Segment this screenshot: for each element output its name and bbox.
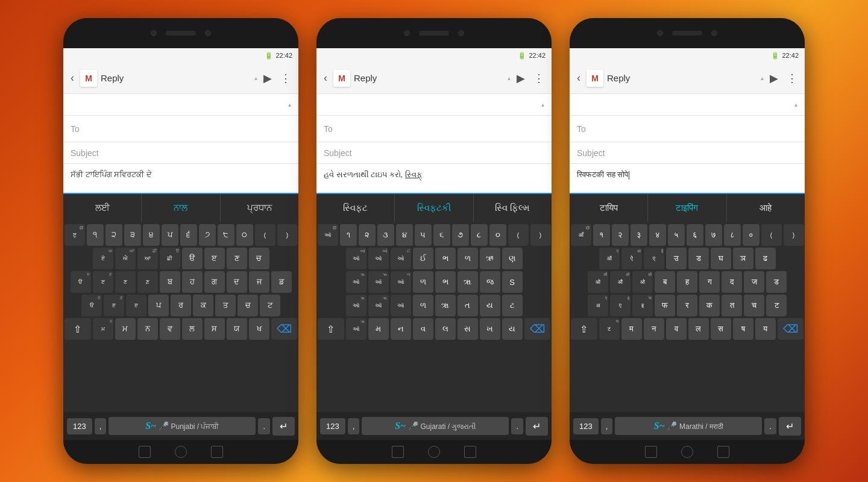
key2-r2c3[interactable]: ઑળ [391,271,411,293]
back-button-1[interactable]: ‹ [68,69,77,87]
key3-l[interactable]: ल [688,318,709,340]
key-m-1[interactable]: ਮਨ [93,318,113,340]
key3-8[interactable]: ० [743,224,760,246]
nav-recent-1[interactable] [211,446,223,458]
key2-r1c7[interactable]: ઋ [480,248,500,269]
key-c-1[interactable]: ਚ [237,295,258,316]
key2-r3c3[interactable]: ઑ [391,295,411,316]
key2-r3c8[interactable]: ટ [502,295,523,316]
key2-r2c6[interactable]: ૠ [458,271,478,293]
key3-r4c1[interactable]: टण [599,318,620,340]
key2-r1c8[interactable]: ણ [502,248,523,269]
send-button-1[interactable]: ▶ [261,69,274,87]
delete-key-2[interactable]: ⌫ [524,318,551,340]
key-mn-1[interactable]: ਮ [115,318,136,340]
expand-icon-1[interactable]: ▴ [254,75,257,81]
key-r2c3[interactable]: ੲ [126,295,146,316]
back-button-3[interactable]: ‹ [574,69,583,87]
to-field-1[interactable]: To [63,116,298,142]
key-h-1[interactable]: ਹ [182,271,203,293]
key-p-1[interactable]: ਪ [148,295,169,316]
key2-0[interactable]: ૧ [340,224,357,246]
key-tab-1[interactable]: ੲੁ@ [64,224,85,246]
more-button-1[interactable]: ⋮ [278,69,294,87]
lang-key-3[interactable]: S~ 🎤 Marathi / मराठी [615,417,762,435]
period-key-1[interactable]: . [258,418,270,434]
autocomplete-item-3-0[interactable]: टायिप [570,194,648,222]
key-1-2[interactable]: ੩ [124,224,141,246]
key3-r3c4[interactable]: फ [655,295,675,316]
key2-r2c4[interactable]: ળ [413,271,433,293]
back-button-2[interactable]: ‹ [321,69,330,87]
key2-m[interactable]: મ [368,318,389,340]
key-1-1[interactable]: ੨ [105,224,122,246]
autocomplete-item-2-2[interactable]: સ્વિ ફિલ્મ [474,194,552,222]
key-1-0[interactable]: ੧ [87,224,104,246]
key2-r3c4[interactable]: ળ [413,295,433,316]
key3-1[interactable]: २ [612,224,629,246]
key-b-1[interactable]: ਬ [160,271,180,293]
autocomplete-item-1-0[interactable]: ਲਈ [63,194,142,222]
key-ch-1[interactable]: ਚ [249,248,269,269]
key2-3[interactable]: ૪ [396,224,413,246]
autocomplete-item-1-2[interactable]: ਪ੍ਰਧਾਨ [221,194,298,222]
key-d-1[interactable]: ਦ [227,271,247,293]
key3-r3c6[interactable]: क [699,295,720,316]
key-r1c2[interactable]: ੲਣ [93,271,113,293]
key2-r2c2[interactable]: ઑૠ [368,271,389,293]
key-kh-1[interactable]: ਖ [249,318,269,340]
key3-r3c5[interactable]: र [677,295,697,316]
shift-key-1[interactable]: ⇧ [64,318,91,340]
key3-r1c4[interactable]: उ [666,248,687,269]
key3-r2c7[interactable]: द [722,271,742,293]
key-1-7[interactable]: ੮ [218,224,234,246]
send-button-2[interactable]: ▶ [514,69,527,87]
key2-r4c1[interactable]: ઑૠ [346,318,366,340]
key2-s[interactable]: સ [458,318,478,340]
key-r-1[interactable]: ਰ [171,295,191,316]
key2-r3c7[interactable]: ય [480,295,500,316]
key-del2-1[interactable]: ) [277,224,298,246]
key3-r3c2[interactable]: एइ [610,295,631,316]
comma-key-1[interactable]: , [95,418,107,434]
key-i-1[interactable]: ਛੀੳ [160,248,180,269]
key-v-1[interactable]: ਵ [160,318,180,340]
key-dd-1[interactable]: ਡ [271,271,292,293]
key3-r3c8[interactable]: च [744,295,764,316]
key2-7[interactable]: ૮ [471,224,488,246]
key2-6[interactable]: ૭ [452,224,469,246]
key2-r3c1[interactable]: ઑૠ [346,295,366,316]
key2-r1c2[interactable]: ઑઓ [368,248,389,269]
subject-field-2[interactable]: Subject [316,142,552,164]
body-field-2[interactable]: હવે સરળતાથી ટાઇપ કરો, સ્વિફ્ [316,164,552,194]
key3-r1c6[interactable]: घ [711,248,731,269]
key2-r2c8[interactable]: S [502,271,523,293]
shift-key-2[interactable]: ⇧ [318,318,344,340]
nav-recent-3[interactable] [717,446,729,458]
to-field-2[interactable]: To [316,116,552,142]
nav-recent-2[interactable] [464,446,476,458]
key2-y[interactable]: ય [502,318,523,340]
key2-1[interactable]: ૨ [359,224,376,246]
expand-icon-3[interactable]: ▴ [761,75,764,81]
key2-r2c1[interactable]: ઑૠ [346,271,366,293]
key3-r1c1[interactable]: ऑए [599,248,620,269]
key2-r2c5[interactable]: ભ [435,271,456,293]
key-r1c4[interactable]: ਣ਼ [137,271,158,293]
nav-home-3[interactable] [681,446,693,458]
key-n-1[interactable]: ਣ [227,248,247,269]
key3-7[interactable]: ८ [724,224,741,246]
key-g-1[interactable]: ਗ [204,271,225,293]
autocomplete-item-2-0[interactable]: સ્વિફ્ટ [316,194,395,222]
lang-key-2[interactable]: S~ 🎤 Gujarati / ગુજરાતી [362,417,509,435]
body-field-3[interactable]: स्विफटकी सह सोपे [570,164,805,194]
key-n2-1[interactable]: ਨ [137,318,158,340]
key3-r2c2[interactable]: औओ [610,271,631,293]
key-r1c3[interactable]: ਣ [115,271,136,293]
num-key-3[interactable]: 123 [573,418,599,434]
period-key-3[interactable]: . [764,418,776,434]
num-key-2[interactable]: 123 [320,418,345,434]
key-1-4[interactable]: ਪ [162,224,178,246]
key-u-1[interactable]: ੳ [182,248,203,269]
key3-5[interactable]: ६ [687,224,703,246]
